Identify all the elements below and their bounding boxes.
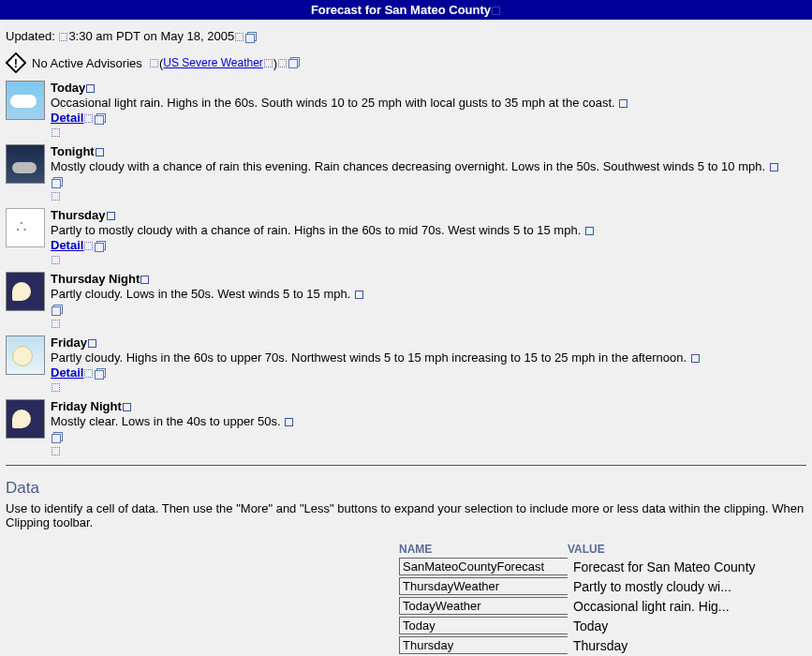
forecast-block: TonightMostly cloudy with a chance of ra… bbox=[6, 144, 806, 202]
row-value: Thursday bbox=[568, 637, 774, 654]
data-heading: Data bbox=[6, 479, 806, 498]
forecast-block: FridayPartly cloudy. Highs in the 60s to… bbox=[6, 335, 806, 394]
row-value: Partly to mostly cloudy wi... bbox=[568, 578, 774, 595]
weather-icon bbox=[6, 144, 45, 184]
clip-marker-icon[interactable] bbox=[691, 354, 700, 363]
forecast-text: Thursday NightPartly cloudy. Lows in the… bbox=[51, 272, 806, 330]
stack-icon[interactable] bbox=[52, 432, 63, 443]
forecast-block: ThursdayPartly to mostly cloudy with a c… bbox=[6, 208, 806, 266]
clip-marker-icon[interactable] bbox=[52, 128, 60, 137]
col-header-name: NAME bbox=[399, 543, 568, 556]
updated-label: Updated: bbox=[6, 29, 55, 43]
row-name[interactable]: TodayWeather bbox=[399, 597, 568, 615]
clip-marker-icon[interactable] bbox=[96, 148, 104, 157]
forecast-label: Friday Night bbox=[51, 399, 122, 413]
row-name[interactable]: ThursdayWeather bbox=[399, 577, 568, 595]
detail-link[interactable]: Detail bbox=[51, 365, 83, 380]
stack-icon[interactable] bbox=[52, 177, 63, 188]
forecast-label: Thursday Night bbox=[51, 272, 140, 286]
forecast-text: FridayPartly cloudy. Highs in the 60s to… bbox=[51, 335, 806, 394]
divider bbox=[6, 465, 806, 466]
forecast-desc: Mostly cloudy with a chance of rain this… bbox=[51, 159, 765, 173]
table-row[interactable]: ThursdayThursday bbox=[399, 636, 806, 654]
clip-marker-icon[interactable] bbox=[235, 33, 244, 41]
data-table: NAME VALUE SanMateoCountyForecastForecas… bbox=[399, 543, 806, 654]
forecast-label: Tonight bbox=[51, 144, 95, 158]
clip-marker-icon[interactable] bbox=[770, 163, 778, 171]
advisory-row: ! No Active Advisories (US Severe Weathe… bbox=[6, 52, 806, 73]
row-name[interactable]: SanMateoCountyForecast bbox=[399, 558, 568, 575]
clip-marker-icon[interactable] bbox=[492, 7, 500, 15]
forecast-block: TodayOccasional light rain. Highs in the… bbox=[6, 81, 806, 139]
clip-marker-icon[interactable] bbox=[140, 276, 149, 284]
clip-marker-icon[interactable] bbox=[107, 212, 115, 220]
data-instruction: Use to identify a cell of data. Then use… bbox=[6, 501, 806, 529]
row-value: Forecast for San Mateo County bbox=[568, 559, 774, 575]
forecast-desc: Mostly clear. Lows in the 40s to upper 5… bbox=[51, 414, 281, 428]
clip-marker-icon[interactable] bbox=[123, 403, 131, 411]
col-header-value: VALUE bbox=[568, 543, 774, 556]
weather-icon bbox=[6, 208, 45, 247]
detail-link[interactable]: Detail bbox=[51, 111, 83, 125]
stack-icon[interactable] bbox=[95, 241, 106, 252]
stack-icon[interactable] bbox=[288, 57, 300, 68]
clip-marker-icon[interactable] bbox=[52, 320, 60, 328]
clip-marker-icon[interactable] bbox=[264, 59, 273, 67]
clip-marker-icon[interactable] bbox=[619, 99, 627, 108]
row-name[interactable]: Today bbox=[399, 617, 568, 634]
forecast-label: Friday bbox=[51, 335, 87, 350]
page-title: Forecast for San Mateo County bbox=[311, 3, 491, 17]
us-severe-weather-link[interactable]: US Severe Weather bbox=[163, 56, 263, 69]
clip-marker-icon[interactable] bbox=[278, 59, 287, 67]
forecast-desc: Partly to mostly cloudy with a chance of… bbox=[51, 223, 581, 237]
table-row[interactable]: TodayToday bbox=[399, 617, 806, 634]
clip-marker-icon[interactable] bbox=[355, 291, 363, 299]
stack-icon[interactable] bbox=[95, 368, 106, 380]
forecast-block: Friday NightMostly clear. Lows in the 40… bbox=[6, 399, 806, 457]
header-bar: Forecast for San Mateo County bbox=[0, 0, 812, 20]
forecast-desc: Partly cloudy. Highs in the 60s to upper… bbox=[51, 350, 687, 365]
forecast-text: TonightMostly cloudy with a chance of ra… bbox=[51, 144, 806, 202]
updated-time: 3:30 am PDT on May 18, 2005 bbox=[68, 29, 234, 43]
alert-icon: ! bbox=[6, 52, 26, 73]
forecast-label: Today bbox=[51, 81, 85, 95]
clip-marker-icon[interactable] bbox=[52, 256, 60, 264]
clip-marker-icon[interactable] bbox=[585, 227, 594, 235]
advisory-text: No Active Advisories bbox=[32, 56, 142, 70]
clip-marker-icon[interactable] bbox=[84, 369, 93, 378]
weather-icon bbox=[6, 272, 45, 311]
stack-icon[interactable] bbox=[245, 32, 257, 43]
clip-marker-icon[interactable] bbox=[59, 33, 67, 41]
forecast-text: TodayOccasional light rain. Highs in the… bbox=[51, 81, 806, 139]
svg-text:!: ! bbox=[14, 56, 18, 70]
stack-icon[interactable] bbox=[95, 113, 106, 125]
forecast-desc: Occasional light rain. Highs in the 60s.… bbox=[51, 96, 615, 110]
clip-marker-icon[interactable] bbox=[52, 447, 60, 455]
clip-marker-icon[interactable] bbox=[52, 383, 60, 392]
forecast-text: ThursdayPartly to mostly cloudy with a c… bbox=[51, 208, 806, 266]
stack-icon[interactable] bbox=[52, 305, 63, 316]
clip-marker-icon[interactable] bbox=[285, 418, 293, 426]
row-name[interactable]: Thursday bbox=[399, 636, 568, 654]
clip-marker-icon[interactable] bbox=[52, 192, 60, 201]
forecast-block: Thursday NightPartly cloudy. Lows in the… bbox=[6, 272, 806, 330]
clip-marker-icon[interactable] bbox=[84, 242, 93, 250]
forecast-label: Thursday bbox=[51, 208, 106, 222]
row-value: Occasional light rain. Hig... bbox=[568, 598, 774, 615]
table-row[interactable]: ThursdayWeatherPartly to mostly cloudy w… bbox=[399, 577, 806, 595]
table-row[interactable]: TodayWeatherOccasional light rain. Hig..… bbox=[399, 597, 806, 615]
clip-marker-icon[interactable] bbox=[86, 84, 95, 93]
row-value: Today bbox=[568, 618, 774, 634]
detail-link[interactable]: Detail bbox=[51, 238, 83, 252]
forecast-desc: Partly cloudy. Lows in the 50s. West win… bbox=[51, 287, 350, 301]
weather-icon bbox=[6, 399, 45, 439]
clip-marker-icon[interactable] bbox=[84, 114, 93, 123]
clip-marker-icon[interactable] bbox=[88, 339, 96, 348]
weather-icon bbox=[6, 335, 45, 375]
weather-icon bbox=[6, 81, 45, 120]
forecast-text: Friday NightMostly clear. Lows in the 40… bbox=[51, 399, 806, 457]
table-row[interactable]: SanMateoCountyForecastForecast for San M… bbox=[399, 558, 806, 575]
updated-row: Updated: 3:30 am PDT on May 18, 2005 bbox=[6, 29, 806, 43]
clip-marker-icon[interactable] bbox=[150, 59, 158, 67]
